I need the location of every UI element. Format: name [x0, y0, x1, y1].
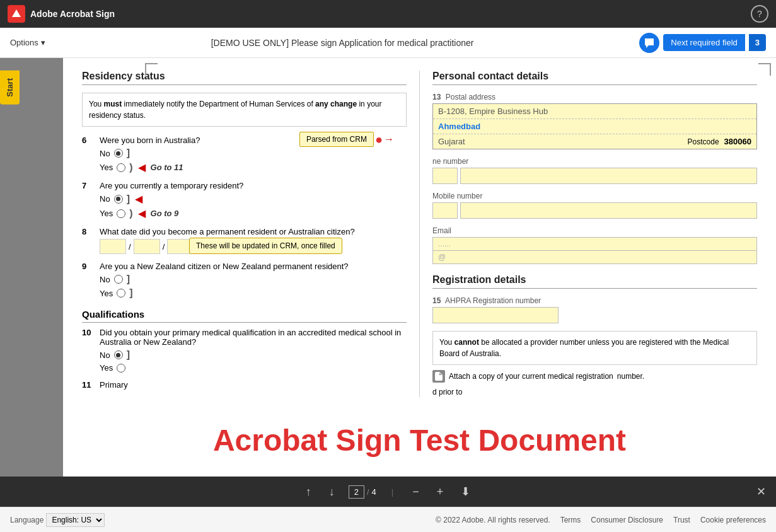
q6-yes-bracket: ): [129, 162, 132, 173]
language-selector[interactable]: English: US: [46, 513, 105, 527]
q9-row: 9 Are you a New Zealand citizen or New Z…: [82, 262, 407, 271]
q10-yes-label: Yes: [100, 363, 113, 373]
zoom-out-button[interactable]: −: [408, 483, 423, 501]
q10-no-bracket: ]: [127, 349, 130, 361]
q7-no-radio[interactable]: [114, 195, 123, 204]
ahpra-input[interactable]: [432, 307, 559, 323]
email-part2[interactable]: @: [433, 251, 756, 263]
postcode-label: Postcode: [688, 137, 719, 146]
q10-options: No ] Yes: [100, 349, 407, 373]
q7-yes-label: Yes: [100, 209, 113, 218]
q7-yes-radio[interactable]: [117, 209, 125, 218]
q9-yes-bracket: ]: [129, 287, 132, 299]
warning-text-1: You: [439, 338, 455, 347]
postal-label: 13 Postal address: [432, 93, 757, 101]
mobile-number-input[interactable]: [460, 202, 757, 219]
crm-arrow-right: →: [384, 134, 394, 145]
next-required-field-button[interactable]: Next required field: [663, 34, 745, 51]
scroll-down-button[interactable]: ↓: [325, 483, 339, 501]
q9-yes-radio[interactable]: [117, 289, 125, 298]
info-text-bold-2: any change: [315, 100, 357, 108]
postal-address-group: 13 Postal address B-1208, Empire Busines…: [432, 93, 757, 149]
q7-text: Are you currently a temporary resident?: [100, 181, 407, 190]
attach-icon: [432, 370, 445, 383]
q7-yes-arrow: ◀: [138, 207, 146, 219]
corner-mark-tl: [145, 63, 158, 76]
ahpra-num: 15: [432, 296, 441, 305]
q10-yes-radio[interactable]: [117, 364, 125, 373]
trust-link[interactable]: Trust: [673, 516, 690, 524]
q8-row: 8 What date did you become a permanent r…: [82, 227, 407, 236]
address-block: B-1208, Empire Business Hub Ahmedbad Guj…: [432, 103, 757, 149]
language-label: Language: [10, 516, 43, 524]
crm-update-label: These will be updated in CRM, once fille…: [196, 241, 335, 250]
start-label[interactable]: Start: [0, 71, 20, 105]
q8-day-input[interactable]: [100, 239, 126, 254]
residency-info-box: You must immediately notify the Departme…: [82, 93, 407, 127]
info-text-2: immediately notify the Department of Hum…: [124, 100, 315, 108]
qualifications-title: Qualifications: [82, 309, 407, 323]
ahpra-group: 15 AHPRA Registration number: [432, 296, 757, 323]
current-page[interactable]: 2: [349, 485, 364, 499]
start-banner[interactable]: Start: [0, 71, 20, 105]
q9-text: Are you a New Zealand citizen or New Zea…: [100, 262, 407, 271]
crm-update-tooltip: These will be updated in CRM, once fille…: [189, 238, 342, 254]
warning-box: You cannot be allocated a provider numbe…: [432, 331, 757, 365]
email-label: Email: [432, 226, 757, 235]
q6-no-radio[interactable]: [114, 149, 123, 158]
warning-bold: cannot: [455, 338, 479, 347]
phone-group: ne number: [432, 157, 757, 184]
crm-circle-icon: ●: [375, 132, 383, 147]
download-button[interactable]: ⬇: [457, 482, 474, 501]
mobile-label: Mobile number: [432, 192, 757, 200]
copyright-text: © 2022 Adobe. All rights reserved.: [436, 516, 550, 524]
parsed-crm-label: Parsed from CRM: [299, 132, 374, 147]
q6-yes-radio[interactable]: [117, 163, 125, 172]
postal-label-text: Postal address: [446, 93, 495, 101]
total-pages: 4: [372, 487, 376, 497]
q7-num: 7: [82, 181, 95, 190]
question-6: 6 Were you born in Australia? Parsed fro…: [82, 136, 407, 173]
q11-text: Primary: [100, 380, 407, 390]
q6-yes-arrow: ◀: [138, 161, 146, 173]
q9-no-radio[interactable]: [114, 275, 123, 284]
ahpra-label-text: AHPRA Registration number: [445, 296, 541, 305]
q6-no-row: No ]: [100, 147, 407, 159]
mobile-area-code-input[interactable]: [432, 202, 458, 219]
phone-area-code-input[interactable]: [432, 168, 458, 184]
zoom-in-button[interactable]: +: [433, 483, 448, 501]
app-logo: Adobe Acrobat Sign: [8, 5, 115, 23]
address-state: Gujarat: [438, 137, 688, 146]
postcode-value: 380060: [724, 137, 751, 146]
top-bar: Adobe Acrobat Sign ?: [0, 0, 776, 28]
registration-details-title: Registration details: [432, 274, 757, 289]
cookie-preferences-link[interactable]: Cookie preferences: [700, 516, 766, 524]
address-line2: Ahmedbad: [433, 119, 756, 134]
help-button[interactable]: ?: [751, 5, 768, 23]
info-text-1: You: [89, 100, 104, 108]
q6-yes-row: Yes ) ◀ Go to 11: [100, 161, 407, 173]
q7-no-arrow: ◀: [135, 193, 142, 205]
app-logo-icon: [8, 5, 25, 23]
close-button[interactable]: ✕: [756, 485, 766, 499]
q9-no-row: No ]: [100, 274, 407, 285]
options-button[interactable]: Options ▾: [10, 38, 45, 47]
q6-no-label: No: [100, 149, 110, 158]
email-group: Email ...... @: [432, 226, 757, 264]
terms-link[interactable]: Terms: [560, 516, 581, 524]
email-part1[interactable]: ......: [433, 238, 756, 251]
main-area: Start Residency status You must immediat…: [0, 58, 776, 477]
comment-button[interactable]: [639, 33, 659, 53]
q7-yes-bracket: ): [129, 208, 132, 219]
q7-no-row: No ] ◀: [100, 193, 407, 205]
scroll-up-button[interactable]: ↑: [302, 483, 315, 501]
warning-text-2: be allocated a provider number unless yo…: [439, 338, 729, 358]
q10-yes-row: Yes: [100, 363, 407, 373]
divider: |: [391, 487, 393, 497]
q10-no-radio[interactable]: [114, 350, 123, 359]
question-9: 9 Are you a New Zealand citizen or New Z…: [82, 262, 407, 299]
consumer-disclosure-link[interactable]: Consumer Disclosure: [591, 516, 663, 524]
q6-no-bracket: ]: [127, 147, 130, 159]
phone-number-input[interactable]: [460, 168, 757, 184]
q8-month-input[interactable]: [134, 239, 160, 254]
